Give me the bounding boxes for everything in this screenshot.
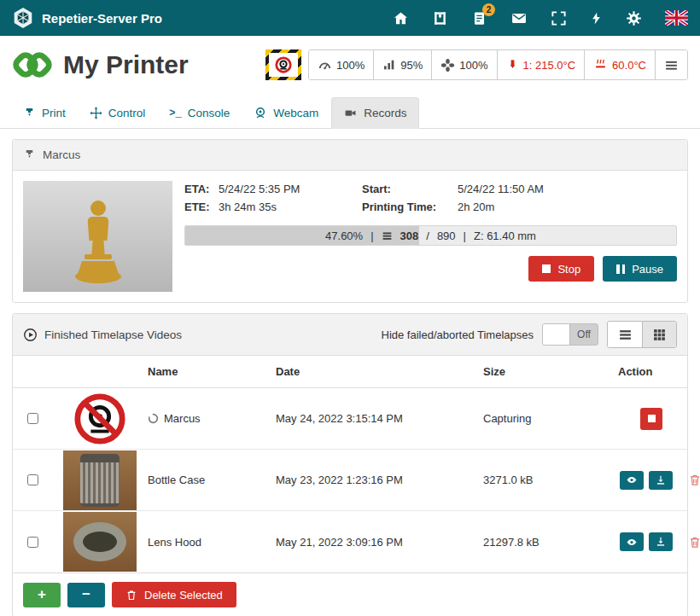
settings-gear-icon[interactable]	[626, 10, 642, 26]
lens-hood-photo	[73, 522, 126, 561]
quick-commands-icon[interactable]	[590, 10, 603, 26]
fullscreen-icon[interactable]	[551, 10, 567, 26]
eye-icon	[625, 474, 639, 485]
col-header-date: Date	[276, 365, 483, 378]
timelapse-date: May 23, 2022 1:23:16 PM	[276, 474, 483, 486]
home-icon[interactable]	[393, 10, 409, 26]
print-nozzle-icon	[23, 107, 36, 119]
timelapse-header: Finished Timelapse Videos Hide failed/ab…	[13, 314, 687, 356]
layer-separator: /	[426, 230, 429, 242]
video-camera-icon	[343, 107, 358, 119]
stop-icon	[542, 264, 551, 273]
tab-label: Records	[364, 107, 406, 119]
extruder-temp-button[interactable]: 1: 215.0°C	[497, 50, 585, 79]
layer-current: 308	[400, 230, 419, 242]
bed-temp-button[interactable]: 60.0°C	[584, 50, 655, 79]
hide-failed-toggle[interactable]: Off	[542, 323, 598, 346]
tab-webcam[interactable]: Webcam	[242, 97, 330, 128]
job-buttons: Stop Pause	[184, 256, 677, 282]
layers-icon	[382, 230, 393, 241]
bottle-case-photo	[80, 454, 120, 507]
toggle-state-label: Off	[570, 324, 598, 345]
speed-button[interactable]: 100%	[309, 50, 373, 79]
flow-button[interactable]: 95%	[373, 50, 431, 79]
timelapse-name: Marcus	[164, 412, 201, 425]
progress-separator2: |	[464, 230, 466, 242]
eye-icon	[625, 537, 639, 548]
tab-console[interactable]: >_ Console	[158, 98, 241, 128]
tab-control[interactable]: Control	[79, 98, 157, 128]
timelapse-name-cell: Bottle Case	[148, 474, 276, 486]
speed-icon	[318, 58, 332, 73]
delete-selected-button[interactable]: Delete Selected	[112, 582, 236, 607]
z-height: Z: 61.40 mm	[474, 230, 536, 242]
hamburger-menu-icon	[664, 58, 679, 73]
timelapse-name: Lens Hood	[148, 536, 201, 549]
job-nozzle-icon	[23, 148, 36, 161]
stop-capture-button[interactable]	[640, 408, 662, 430]
view-mode-group	[607, 321, 677, 348]
plus-icon: +	[38, 586, 46, 603]
print-progress-bar: 47.60% | 308 / 890 | Z: 61.40 mm	[184, 225, 677, 246]
tab-records[interactable]: Records	[331, 97, 418, 129]
row-select-checkbox[interactable]	[27, 413, 38, 424]
preview-button[interactable]	[620, 532, 644, 551]
timelapse-thumbnail[interactable]	[63, 512, 137, 572]
job-card-header: Marcus	[13, 140, 687, 171]
grid-view-icon	[652, 328, 667, 342]
printer-menu-button[interactable]	[655, 50, 687, 79]
pause-icon	[616, 264, 625, 274]
flow-value: 95%	[400, 59, 423, 72]
timelapse-actions	[618, 408, 687, 430]
pause-button[interactable]: Pause	[603, 256, 677, 282]
eta-label: ETA:	[184, 183, 219, 195]
progress-percent: 47.60%	[325, 230, 363, 242]
ete-value: 3h 24m 35s	[219, 200, 362, 213]
delete-row-button[interactable]	[688, 535, 700, 549]
table-row: Marcus May 24, 2022 3:15:14 PM Capturing	[13, 388, 687, 450]
toggle-knob	[543, 324, 570, 345]
fan-icon	[440, 58, 455, 73]
job-details: ETA: 5/24/22 5:35 PM Start: 5/24/22 11:5…	[184, 181, 677, 292]
tab-print[interactable]: Print	[12, 98, 77, 128]
preview-button[interactable]	[620, 471, 644, 490]
row-select-checkbox[interactable]	[27, 474, 38, 485]
messages-icon[interactable]	[510, 10, 528, 26]
pause-label: Pause	[632, 263, 663, 276]
download-icon	[655, 474, 667, 486]
start-value: 5/24/22 11:50 AM	[458, 183, 677, 195]
stop-button[interactable]: Stop	[528, 256, 594, 282]
delete-row-button[interactable]	[688, 473, 700, 487]
printing-time-label: Printing Time:	[362, 200, 458, 213]
printing-time-value: 2h 20m	[458, 200, 677, 213]
tab-label: Webcam	[273, 107, 318, 119]
download-button[interactable]	[649, 532, 673, 551]
job-name: Marcus	[43, 148, 80, 161]
timelapse-size: 21297.8 kB	[483, 536, 618, 549]
grid-view-button[interactable]	[642, 322, 676, 347]
print-queue-icon[interactable]: 2	[471, 10, 487, 26]
select-all-button[interactable]: +	[23, 583, 61, 607]
bed-temp-icon	[593, 58, 608, 72]
timelapse-thumbnail[interactable]	[63, 450, 137, 510]
table-row: Bottle Case May 23, 2022 1:23:16 PM 3271…	[13, 450, 687, 511]
brand[interactable]: Repetier-Server Pro	[12, 7, 162, 29]
download-button[interactable]	[649, 471, 673, 490]
deselect-all-button[interactable]: −	[67, 583, 105, 607]
webcam-warning-icon	[269, 53, 298, 77]
minus-icon: −	[82, 586, 90, 603]
timelapse-name-cell: Lens Hood	[148, 536, 276, 549]
language-flag-icon[interactable]	[665, 10, 688, 26]
printer-toolbar: 100% 95% 100%	[265, 49, 688, 80]
printer-tabs: Print Control >_ Console Webcam	[0, 92, 700, 129]
timelapse-name: Bottle Case	[148, 474, 205, 486]
webcam-warning-button[interactable]	[265, 49, 301, 80]
printer-icon[interactable]	[432, 10, 448, 26]
row-select-checkbox[interactable]	[27, 537, 38, 548]
list-view-button[interactable]	[608, 322, 642, 347]
timelapse-size: Capturing	[483, 412, 618, 425]
progress-separator: |	[370, 230, 373, 242]
col-header-action: Action	[618, 365, 687, 378]
fan-button[interactable]: 100%	[431, 50, 496, 79]
timelapse-actions	[618, 471, 700, 490]
